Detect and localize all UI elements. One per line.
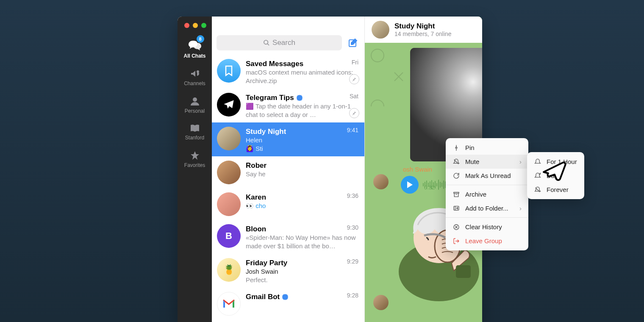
ctx-archive[interactable]: Archive [446, 187, 528, 201]
svg-point-2 [264, 40, 268, 44]
chats-icon [178, 39, 212, 51]
sender-name: osh Swain [403, 166, 432, 173]
ctx-mute[interactable]: Mute › [446, 155, 528, 169]
rail-all-chats[interactable]: 8 All Chats [178, 35, 212, 64]
voice-duration: 0:32 [424, 184, 435, 191]
chat-karen[interactable]: Karen 👀 cho 9:36 [212, 188, 364, 220]
svg-rect-11 [454, 192, 459, 193]
ctx-clear-history[interactable]: Clear History [446, 220, 528, 234]
app-window: 8 All Chats Channels Personal Stanford [178, 17, 482, 322]
rail-personal[interactable]: Personal [178, 92, 212, 119]
gmail-icon [217, 292, 241, 316]
message-avatar[interactable] [373, 174, 389, 189]
pin-icon [452, 144, 460, 151]
chat-icon [452, 172, 460, 179]
bell-snooze-icon [534, 172, 541, 179]
ctx-pin[interactable]: Pin [446, 141, 528, 155]
megaphone-icon [178, 69, 212, 79]
search-input[interactable]: Search [217, 35, 342, 50]
avatar [217, 161, 241, 184]
search-icon [263, 39, 270, 46]
chat-bloomberg[interactable]: B Bloon «Spider-Man: No Way Home» has no… [212, 220, 364, 254]
chat-robert[interactable]: Rober Say he [212, 156, 364, 188]
verified-icon [296, 94, 303, 101]
svg-line-3 [267, 44, 269, 45]
person-icon [178, 96, 212, 106]
chat-saved-messages[interactable]: Saved Messages macOS context menu animat… [212, 55, 364, 89]
rail-stanford[interactable]: Stanford [178, 119, 212, 146]
ctx-mark-unread[interactable]: Mark As Unread [446, 169, 528, 183]
pin-icon [349, 74, 359, 84]
window-close[interactable] [184, 23, 189, 28]
clear-icon [452, 224, 460, 230]
chat-friday-party[interactable]: 🍍 Friday Party Josh SwainPerfect. 9:29 [212, 254, 364, 288]
window-zoom[interactable] [201, 23, 206, 28]
rail-favorites[interactable]: Favorites [178, 146, 212, 173]
avatar: B [217, 224, 241, 248]
compose-button[interactable] [346, 36, 360, 50]
book-icon [178, 124, 212, 133]
avatar [217, 192, 241, 216]
bell-off-icon [452, 158, 460, 165]
saved-icon [217, 59, 241, 83]
svg-point-0 [197, 70, 199, 73]
bell-off-icon [534, 186, 541, 193]
archive-icon [452, 191, 460, 198]
unread-badge: 8 [197, 35, 204, 43]
chat-gmail-bot[interactable]: Gmail Bot 9:28 [212, 288, 364, 319]
star-icon [178, 150, 212, 161]
separator [446, 217, 528, 218]
conversation-avatar [372, 21, 389, 39]
chevron-right-icon: › [519, 205, 522, 212]
leave-icon [452, 238, 460, 244]
mute-forever[interactable]: Forever [527, 183, 584, 197]
chat-list-pane: Search Saved Messages macOS context menu… [212, 17, 365, 322]
avatar: 🍍 [217, 258, 241, 282]
ctx-add-folder[interactable]: Add to Folder... › [446, 201, 528, 215]
chevron-right-icon: › [519, 158, 522, 165]
folder-plus-icon [452, 205, 460, 212]
context-menu: Pin Mute › Mark As Unread Archive Add to… [446, 138, 528, 250]
chat-study-night[interactable]: Study Night Helen🙆‍♀️ Sti 9:41 [212, 122, 364, 156]
avatar [217, 127, 241, 150]
pin-icon [349, 108, 359, 118]
rail-channels[interactable]: Channels [178, 64, 212, 92]
compose-icon [348, 38, 358, 48]
cursor-arrow-icon [541, 160, 567, 184]
folder-rail: 8 All Chats Channels Personal Stanford [178, 17, 212, 322]
separator [446, 185, 528, 185]
window-minimize[interactable] [193, 23, 198, 28]
play-button[interactable] [401, 176, 419, 194]
telegram-icon [217, 93, 241, 117]
verified-icon [282, 294, 289, 300]
conversation-header[interactable]: Study Night 14 members, 7 online [365, 17, 482, 43]
ctx-leave-group[interactable]: Leave Group [446, 234, 528, 248]
svg-point-1 [193, 97, 197, 102]
bell-icon [534, 158, 541, 165]
svg-rect-10 [456, 265, 471, 278]
chat-telegram-tips[interactable]: Telegram Tips 🟪 Tap the date header in a… [212, 89, 364, 122]
